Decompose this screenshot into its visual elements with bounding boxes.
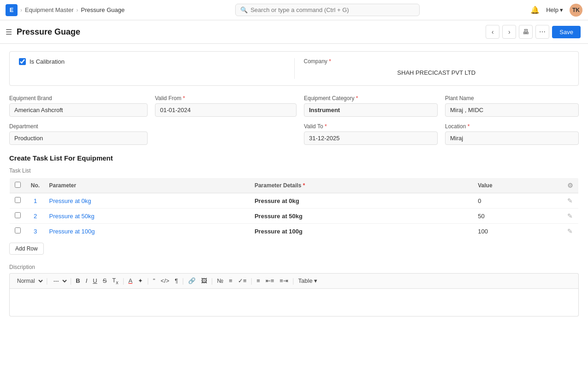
- col-value: Value: [473, 178, 562, 193]
- empty-cell: [155, 123, 297, 145]
- search-icon: 🔍: [240, 6, 248, 13]
- row-edit-button[interactable]: ✎: [567, 227, 573, 235]
- row-checkbox-cell: [10, 193, 26, 209]
- row-checkbox[interactable]: [15, 212, 21, 218]
- blockquote-button[interactable]: ": [151, 276, 158, 286]
- search-input[interactable]: [250, 6, 415, 13]
- plant-name-input[interactable]: [445, 103, 579, 117]
- row-parameter-details-value: Pressure at 100g: [255, 228, 303, 235]
- row-parameter: Pressure at 0kg: [45, 193, 250, 209]
- ordered-list-button[interactable]: №: [214, 276, 226, 286]
- task-list-button[interactable]: ✓≡: [236, 276, 249, 286]
- font-color-button[interactable]: A: [126, 276, 135, 286]
- row-edit-button[interactable]: ✎: [567, 197, 573, 204]
- toolbar-sep-7: |: [251, 277, 253, 285]
- breadcrumb-sep-2: ›: [77, 7, 78, 13]
- italic-button[interactable]: I: [83, 276, 90, 286]
- is-calibration-label[interactable]: Is Calibration: [30, 58, 65, 65]
- align-right-button[interactable]: ≡⇥: [277, 276, 291, 286]
- row-parameter-details: Pressure at 100g: [250, 224, 473, 239]
- row-actions: ✎: [562, 209, 579, 224]
- separator-select[interactable]: ---: [50, 276, 68, 286]
- equipment-brand-input[interactable]: [9, 103, 148, 117]
- calibration-checkbox-row: Is Calibration: [19, 58, 285, 65]
- row-checkbox[interactable]: [15, 197, 21, 203]
- image-button[interactable]: 🖼: [199, 276, 209, 286]
- task-table-header: No. Parameter Parameter Details * Value …: [10, 178, 579, 193]
- department-field: Department: [9, 123, 148, 145]
- toolbar-sep-8: |: [292, 277, 294, 285]
- table-row: 1 Pressure at 0kg Pressure at 0kg 0 ✎: [10, 193, 579, 209]
- save-button[interactable]: Save: [552, 26, 581, 38]
- row-parameter-link[interactable]: Pressure at 50kg: [49, 213, 95, 220]
- align-left-button[interactable]: ⇤≡: [263, 276, 277, 286]
- row-no: 1: [26, 193, 45, 209]
- equipment-category-input[interactable]: [304, 103, 438, 117]
- clear-format-button[interactable]: Tx: [110, 275, 120, 286]
- link-button[interactable]: 🔗: [186, 276, 198, 286]
- location-input[interactable]: [445, 131, 579, 145]
- page-header: ☰ Pressure Guage ‹ › 🖶 ⋯ Save: [0, 20, 588, 44]
- plant-name-label: Plant Name: [445, 95, 579, 101]
- breadcrumb-pressure-gauge: Pressure Guage: [81, 6, 125, 13]
- editor-area[interactable]: [9, 289, 579, 316]
- row-checkbox[interactable]: [15, 227, 21, 233]
- paragraph-button[interactable]: ¶: [172, 276, 180, 286]
- equipment-category-field: Equipment Category *: [304, 95, 438, 117]
- prev-button[interactable]: ‹: [486, 25, 499, 39]
- description-label: Discription: [9, 264, 579, 270]
- menu-icon[interactable]: ☰: [6, 28, 12, 36]
- param-details-required: *: [303, 182, 305, 189]
- nav-left: E › Equipment Master › Pressure Guage: [6, 4, 125, 16]
- next-button[interactable]: ›: [502, 25, 516, 39]
- align-center-button[interactable]: ≡: [254, 276, 262, 286]
- toolbar-sep-5: |: [182, 277, 184, 285]
- search-box[interactable]: 🔍: [235, 4, 420, 16]
- more-options-button[interactable]: ⋯: [535, 25, 549, 39]
- select-all-checkbox[interactable]: [15, 182, 21, 188]
- strikethrough-button[interactable]: S: [101, 276, 109, 286]
- underline-button[interactable]: U: [90, 276, 99, 286]
- department-label: Department: [9, 123, 148, 130]
- add-row-button[interactable]: Add Row: [9, 243, 44, 255]
- row-parameter-link[interactable]: Pressure at 0kg: [49, 197, 91, 204]
- valid-to-input[interactable]: [304, 131, 438, 145]
- row-parameter-link[interactable]: Pressure at 100g: [49, 228, 95, 235]
- heading-select[interactable]: Normal: [13, 276, 44, 286]
- row-no: 3: [26, 224, 45, 239]
- toolbar-sep-6: |: [211, 277, 213, 285]
- row-no-link[interactable]: 3: [34, 228, 37, 235]
- unordered-list-button[interactable]: ≡: [226, 276, 235, 286]
- row-edit-button[interactable]: ✎: [567, 212, 573, 220]
- department-input[interactable]: [9, 131, 148, 145]
- notification-bell-icon[interactable]: 🔔: [530, 6, 540, 14]
- company-label: Company *: [304, 58, 570, 65]
- help-button[interactable]: Help ▾: [546, 6, 563, 13]
- fields-row-2: Department Valid To * Location *: [9, 123, 579, 145]
- company-field: Company * SHAH PRECICAST PVT LTD: [304, 58, 570, 79]
- company-value: SHAH PRECICAST PVT LTD: [304, 66, 570, 79]
- row-no-link[interactable]: 2: [34, 213, 37, 220]
- company-section: Company * SHAH PRECICAST PVT LTD: [294, 58, 570, 79]
- table-button[interactable]: Table ▾: [296, 276, 320, 286]
- breadcrumb-equipment-master[interactable]: Equipment Master: [25, 6, 74, 13]
- equipment-brand-label: Equipment Brand: [9, 95, 148, 101]
- row-no-link[interactable]: 1: [34, 197, 37, 204]
- bold-button[interactable]: B: [73, 276, 82, 286]
- valid-from-input[interactable]: [155, 103, 297, 117]
- location-field: Location *: [445, 123, 579, 145]
- code-button[interactable]: </>: [158, 276, 172, 286]
- row-no: 2: [26, 209, 45, 224]
- print-button[interactable]: 🖶: [519, 25, 533, 39]
- valid-from-field: Valid From *: [155, 95, 297, 117]
- row-parameter-details-value: Pressure at 50kg: [255, 213, 303, 220]
- equipment-category-label: Equipment Category *: [304, 95, 438, 101]
- help-chevron-icon: ▾: [560, 6, 563, 13]
- avatar[interactable]: TK: [570, 4, 582, 17]
- highlight-button[interactable]: ✦: [136, 276, 145, 286]
- table-row: 3 Pressure at 100g Pressure at 100g 100 …: [10, 224, 579, 239]
- table-row: 2 Pressure at 50kg Pressure at 50kg 50 ✎: [10, 209, 579, 224]
- is-calibration-checkbox[interactable]: [19, 58, 26, 65]
- editor-toolbar: Normal | --- | B I U S Tx | A ✦ | " </> …: [9, 273, 579, 289]
- fields-row-1: Equipment Brand Valid From * Equipment C…: [9, 95, 579, 117]
